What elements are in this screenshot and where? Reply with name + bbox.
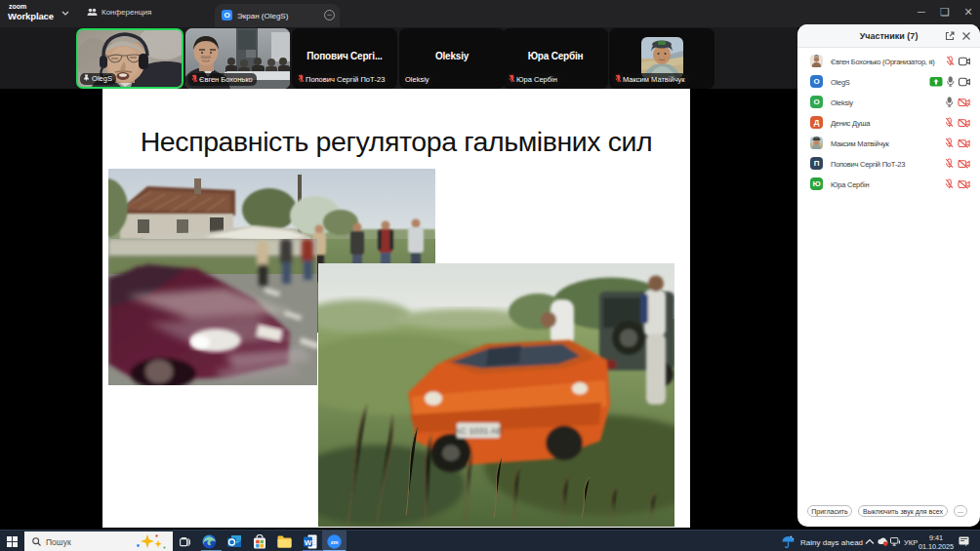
svg-text:AC 1031 AB: AC 1031 AB <box>455 426 503 436</box>
svg-text:W: W <box>305 538 312 547</box>
svg-text:zm: zm <box>331 539 339 545</box>
